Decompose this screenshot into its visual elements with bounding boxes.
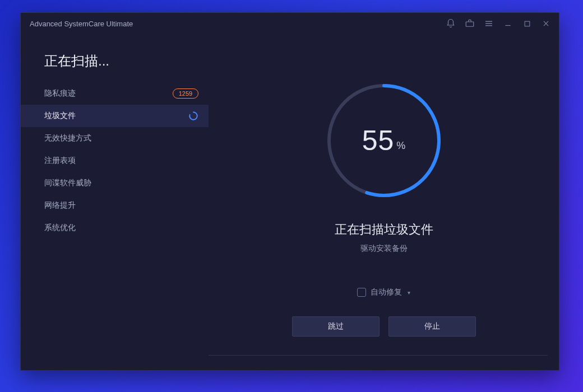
sidebar-item-junk[interactable]: 垃圾文件 [21,105,209,127]
sidebar-item-optimize[interactable]: 系统优化 [21,217,209,239]
footer-divider [209,355,548,356]
sidebar-item-label: 垃圾文件 [44,111,188,121]
svg-rect-5 [525,21,530,26]
maximize-button[interactable] [517,13,536,34]
svg-rect-0 [466,22,474,26]
checkbox-icon [357,288,366,297]
sidebar-item-registry[interactable]: 注册表项 [21,150,209,172]
title-bar: Advanced SystemCare Ultimate [21,13,559,34]
sidebar-item-label: 隐私痕迹 [44,88,173,99]
sidebar-item-privacy[interactable]: 隐私痕迹 1259 [21,82,209,105]
scan-heading: 正在扫描... [21,48,209,82]
sidebar-item-label: 间谍软件威胁 [44,178,198,188]
menu-button[interactable] [479,13,498,34]
close-button[interactable] [536,13,556,34]
spinner-icon [188,111,198,121]
minimize-button[interactable] [498,13,517,34]
app-title: Advanced SystemCare Ultimate [30,20,133,28]
progress-ring: 55 % [322,79,446,202]
app-body: 正在扫描... 隐私痕迹 1259 垃圾文件 无效快捷方式 注册表项 [21,34,559,370]
main-panel: 55 % 正在扫描垃圾文件 驱动安装备份 自动修复 ▾ 跳过 停止 [209,34,559,370]
toolbox-button[interactable] [460,13,479,34]
sidebar-item-label: 无效快捷方式 [44,133,198,143]
scan-sidebar: 正在扫描... 隐私痕迹 1259 垃圾文件 无效快捷方式 注册表项 [21,34,209,370]
autofix-label: 自动修复 [371,287,402,297]
app-window: Advanced SystemCare Ultimate [20,12,559,371]
scan-detail: 驱动安装备份 [360,244,408,254]
sidebar-item-label: 注册表项 [44,156,198,166]
progress-percent: 55 [362,124,395,157]
sidebar-item-network[interactable]: 网络提升 [21,194,209,217]
stop-button[interactable]: 停止 [388,316,476,337]
autofix-option[interactable]: 自动修复 ▾ [357,287,410,297]
action-buttons: 跳过 停止 [292,316,476,337]
sidebar-item-shortcuts[interactable]: 无效快捷方式 [21,127,209,150]
skip-button[interactable]: 跳过 [292,316,380,337]
sidebar-item-spyware[interactable]: 间谍软件威胁 [21,172,209,194]
percent-symbol: % [396,130,405,152]
sidebar-item-label: 系统优化 [44,223,198,233]
count-badge: 1259 [173,88,198,99]
scan-status: 正在扫描垃圾文件 [335,221,433,238]
chevron-down-icon: ▾ [408,290,410,296]
notifications-button[interactable] [441,13,460,34]
sidebar-item-label: 网络提升 [44,200,198,211]
